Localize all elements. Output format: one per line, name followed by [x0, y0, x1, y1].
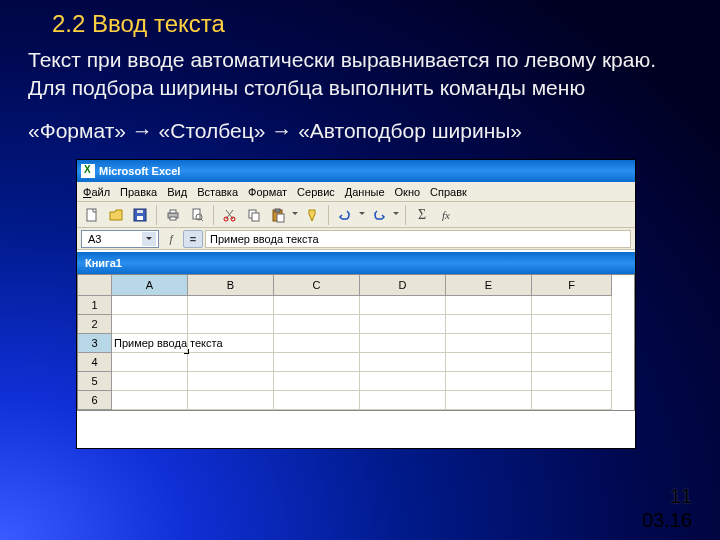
app-titlebar: Microsoft Excel [77, 160, 635, 182]
svg-rect-2 [137, 216, 143, 220]
menu-file[interactable]: Файл [83, 186, 110, 198]
function-icon[interactable]: fx [435, 204, 457, 226]
menu-window[interactable]: Окно [395, 186, 421, 198]
paste-icon[interactable] [267, 204, 289, 226]
formula-bar: A3 ƒ = Пример ввода текста [77, 228, 635, 250]
equals-button[interactable]: = [183, 230, 203, 248]
svg-rect-0 [87, 209, 96, 221]
menu-view[interactable]: Вид [167, 186, 187, 198]
name-box-value: A3 [88, 233, 101, 245]
redo-dropdown-icon[interactable] [392, 204, 400, 226]
menu-data[interactable]: Данные [345, 186, 385, 198]
cell[interactable] [112, 315, 188, 334]
paragraph-2: «Формат» → «Столбец» → «Автоподбор ширин… [28, 117, 692, 145]
cell[interactable] [446, 353, 532, 372]
cell[interactable] [112, 296, 188, 315]
col-header-d[interactable]: D [360, 275, 446, 296]
cell[interactable] [360, 296, 446, 315]
row-header-1[interactable]: 1 [78, 296, 112, 315]
cell[interactable] [274, 372, 360, 391]
menu-help[interactable]: Справк [430, 186, 467, 198]
toolbar-sep [405, 205, 406, 225]
cell[interactable] [360, 372, 446, 391]
excel-screenshot: Microsoft Excel Файл Правка Вид Вставка … [76, 159, 636, 449]
cell[interactable] [188, 315, 274, 334]
cell[interactable] [360, 353, 446, 372]
name-box-dropdown-icon[interactable] [142, 232, 156, 246]
menu-insert[interactable]: Вставка [197, 186, 238, 198]
cell-a3[interactable]: Пример ввода текста [112, 334, 188, 353]
svg-rect-18 [277, 214, 284, 222]
menu-tools[interactable]: Сервис [297, 186, 335, 198]
cell[interactable] [360, 315, 446, 334]
select-all-corner[interactable] [78, 275, 112, 296]
cell[interactable] [188, 353, 274, 372]
cell[interactable] [112, 372, 188, 391]
svg-line-9 [201, 219, 203, 221]
sheet-grid: A B C D E F 1 2 3Пример ввода текста 4 5… [77, 274, 635, 411]
col-header-b[interactable]: B [188, 275, 274, 296]
cell[interactable] [446, 315, 532, 334]
row-header-6[interactable]: 6 [78, 391, 112, 410]
paragraph-1: Текст при вводе автоматически выравнивае… [28, 46, 692, 103]
fx-button-icon[interactable]: ƒ [161, 230, 181, 248]
cell[interactable] [532, 391, 612, 410]
cell[interactable] [532, 334, 612, 353]
col-header-f[interactable]: F [532, 275, 612, 296]
row-header-4[interactable]: 4 [78, 353, 112, 372]
cell[interactable] [446, 391, 532, 410]
col-header-a[interactable]: A [112, 275, 188, 296]
page-number: 11 [670, 485, 692, 508]
cell[interactable] [360, 391, 446, 410]
cell[interactable] [532, 315, 612, 334]
paste-dropdown-icon[interactable] [291, 204, 299, 226]
cell[interactable] [112, 353, 188, 372]
cell[interactable] [446, 372, 532, 391]
cell[interactable] [112, 391, 188, 410]
redo-icon[interactable] [368, 204, 390, 226]
cell[interactable] [188, 296, 274, 315]
svg-rect-15 [252, 213, 259, 221]
workbook-titlebar: Книга1 [77, 252, 635, 274]
cell[interactable] [532, 353, 612, 372]
name-box[interactable]: A3 [81, 230, 159, 248]
cell[interactable] [274, 391, 360, 410]
save-icon[interactable] [129, 204, 151, 226]
cell[interactable] [188, 372, 274, 391]
cell[interactable] [446, 296, 532, 315]
print-icon[interactable] [162, 204, 184, 226]
cell[interactable] [274, 296, 360, 315]
new-icon[interactable] [81, 204, 103, 226]
svg-rect-17 [275, 209, 280, 212]
toolbar: Σ fx [77, 202, 635, 228]
slide-title: 2.2 Ввод текста [0, 0, 720, 46]
autosum-icon[interactable]: Σ [411, 204, 433, 226]
col-header-e[interactable]: E [446, 275, 532, 296]
undo-dropdown-icon[interactable] [358, 204, 366, 226]
formula-input[interactable]: Пример ввода текста [205, 230, 631, 248]
row-header-5[interactable]: 5 [78, 372, 112, 391]
cell[interactable] [274, 353, 360, 372]
excel-app-icon [81, 164, 95, 178]
row-header-2[interactable]: 2 [78, 315, 112, 334]
cell[interactable] [532, 296, 612, 315]
menu-edit[interactable]: Правка [120, 186, 157, 198]
menu-format[interactable]: Формат [248, 186, 287, 198]
col-header-c[interactable]: C [274, 275, 360, 296]
format-painter-icon[interactable] [301, 204, 323, 226]
cell[interactable] [274, 315, 360, 334]
copy-icon[interactable] [243, 204, 265, 226]
cell[interactable] [274, 334, 360, 353]
cell[interactable] [446, 334, 532, 353]
cell[interactable] [360, 334, 446, 353]
cut-icon[interactable] [219, 204, 241, 226]
open-icon[interactable] [105, 204, 127, 226]
cell[interactable] [532, 372, 612, 391]
row-header-3[interactable]: 3 [78, 334, 112, 353]
undo-icon[interactable] [334, 204, 356, 226]
toolbar-sep [328, 205, 329, 225]
toolbar-sep [213, 205, 214, 225]
preview-icon[interactable] [186, 204, 208, 226]
cell[interactable] [188, 391, 274, 410]
formula-value: Пример ввода текста [210, 233, 319, 245]
